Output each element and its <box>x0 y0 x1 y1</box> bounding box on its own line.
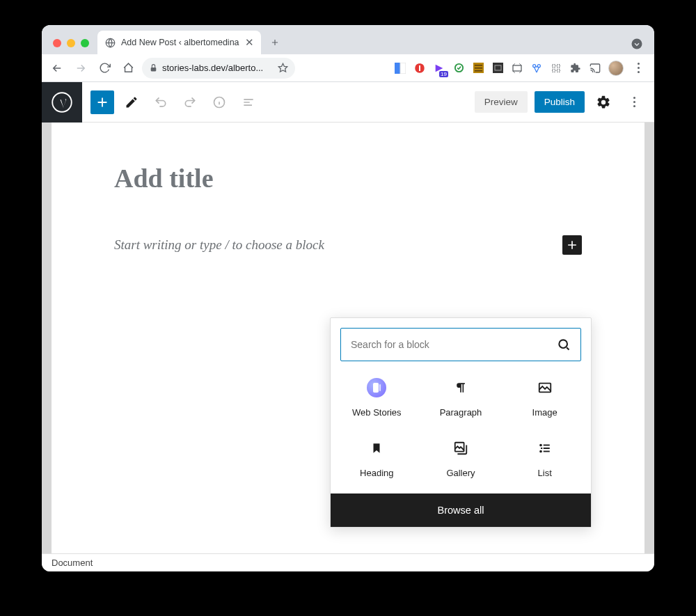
block-search-input[interactable] <box>340 328 581 361</box>
extension-icons: 19 <box>394 61 649 76</box>
add-block-button[interactable] <box>90 90 114 114</box>
web-stories-icon <box>367 378 386 397</box>
gallery-icon <box>451 439 470 458</box>
svg-marker-3 <box>278 63 287 72</box>
svg-rect-20 <box>379 384 381 391</box>
extension-icon[interactable]: 19 <box>433 62 445 74</box>
block-label: Image <box>532 407 557 418</box>
svg-point-24 <box>540 451 541 452</box>
svg-rect-4 <box>395 63 400 74</box>
address-bar: stories-labs.dev/alberto... 19 <box>42 54 654 82</box>
inline-add-block-button[interactable] <box>562 235 582 255</box>
image-icon <box>535 378 555 397</box>
close-window-button[interactable] <box>53 39 61 47</box>
svg-point-18 <box>559 340 567 348</box>
paragraph-icon <box>451 378 470 397</box>
url-text: stories-labs.dev/alberto... <box>162 63 263 73</box>
footer-breadcrumb[interactable]: Document <box>52 558 93 568</box>
svg-point-1 <box>632 39 642 49</box>
svg-point-23 <box>540 445 541 446</box>
svg-rect-19 <box>373 383 379 393</box>
account-chevron-icon[interactable] <box>631 38 643 50</box>
publish-button[interactable]: Publish <box>535 91 585 113</box>
block-label: Paragraph <box>440 407 482 418</box>
svg-rect-2 <box>151 68 157 71</box>
new-tab-button[interactable] <box>265 33 285 52</box>
svg-point-14 <box>533 64 536 67</box>
svg-rect-10 <box>475 70 482 72</box>
browser-window: Add New Post ‹ albertomedina ✕ stories-l… <box>42 25 654 571</box>
svg-rect-5 <box>400 63 406 74</box>
block-label: List <box>538 468 552 478</box>
block-grid: Web Stories Paragraph Image Heading <box>331 371 591 493</box>
block-label: Gallery <box>446 468 475 478</box>
extension-icon[interactable] <box>511 62 523 74</box>
cast-icon[interactable] <box>589 62 601 74</box>
settings-button[interactable] <box>592 90 615 114</box>
extension-icon[interactable] <box>452 62 465 74</box>
maximize-window-button[interactable] <box>81 39 89 47</box>
svg-rect-13 <box>513 65 521 71</box>
block-image[interactable]: Image <box>503 378 587 418</box>
editor-footer: Document <box>42 553 654 571</box>
svg-point-16 <box>52 93 72 112</box>
info-button[interactable] <box>207 90 231 114</box>
preview-button[interactable]: Preview <box>475 91 528 113</box>
wordpress-editor: Preview Publish Add title Start writing … <box>42 82 654 571</box>
post-body-input[interactable]: Start writing or type / to choose a bloc… <box>114 237 324 253</box>
star-icon[interactable] <box>278 63 288 73</box>
profile-avatar[interactable] <box>608 61 624 76</box>
close-tab-icon[interactable]: ✕ <box>245 36 254 49</box>
home-button[interactable] <box>118 58 138 78</box>
block-web-stories[interactable]: Web Stories <box>335 378 419 418</box>
block-paragraph[interactable]: Paragraph <box>419 378 503 418</box>
browser-tab[interactable]: Add New Post ‹ albertomedina ✕ <box>97 31 261 54</box>
post-title-input[interactable]: Add title <box>114 163 582 194</box>
editor-canvas: Add title Start writing or type / to cho… <box>42 123 654 553</box>
wordpress-logo[interactable] <box>42 82 82 123</box>
block-heading[interactable]: Heading <box>335 439 419 478</box>
edit-mode-button[interactable] <box>120 90 143 114</box>
svg-rect-9 <box>475 68 482 69</box>
tab-title: Add New Post ‹ albertomedina <box>121 38 239 47</box>
extension-icon[interactable] <box>472 62 484 74</box>
extension-badge: 19 <box>439 71 448 77</box>
editor-toolbar: Preview Publish <box>42 82 654 123</box>
list-icon <box>535 439 555 458</box>
minimize-window-button[interactable] <box>67 39 75 47</box>
more-options-button[interactable] <box>622 90 646 114</box>
traffic-lights <box>49 39 93 54</box>
tab-strip: Add New Post ‹ albertomedina ✕ <box>42 25 654 54</box>
search-icon <box>557 338 571 352</box>
undo-button[interactable] <box>149 90 173 114</box>
block-label: Web Stories <box>352 407 402 418</box>
svg-point-15 <box>537 64 540 67</box>
extension-icon[interactable] <box>550 62 562 74</box>
extension-icon[interactable] <box>491 62 504 74</box>
redo-button[interactable] <box>178 90 202 114</box>
extension-icon[interactable] <box>530 62 543 74</box>
extension-icon[interactable] <box>413 62 426 74</box>
block-list[interactable]: List <box>503 439 587 478</box>
outline-button[interactable] <box>237 90 260 114</box>
forward-button[interactable] <box>71 58 90 78</box>
back-button[interactable] <box>47 58 67 78</box>
extensions-puzzle-icon[interactable] <box>569 62 582 74</box>
browser-menu-button[interactable] <box>631 63 646 73</box>
svg-rect-11 <box>493 63 503 73</box>
extension-icon[interactable] <box>394 62 406 74</box>
browse-all-button[interactable]: Browse all <box>331 493 591 527</box>
globe-icon <box>104 37 116 48</box>
omnibox[interactable]: stories-labs.dev/alberto... <box>142 58 295 79</box>
lock-icon <box>149 63 158 72</box>
block-gallery[interactable]: Gallery <box>419 439 503 478</box>
svg-rect-8 <box>475 65 482 66</box>
block-label: Heading <box>360 468 393 478</box>
heading-icon <box>367 439 386 458</box>
reload-button[interactable] <box>95 58 114 78</box>
block-inserter-popover: Web Stories Paragraph Image Heading <box>330 317 592 528</box>
block-search-field[interactable] <box>351 339 551 350</box>
